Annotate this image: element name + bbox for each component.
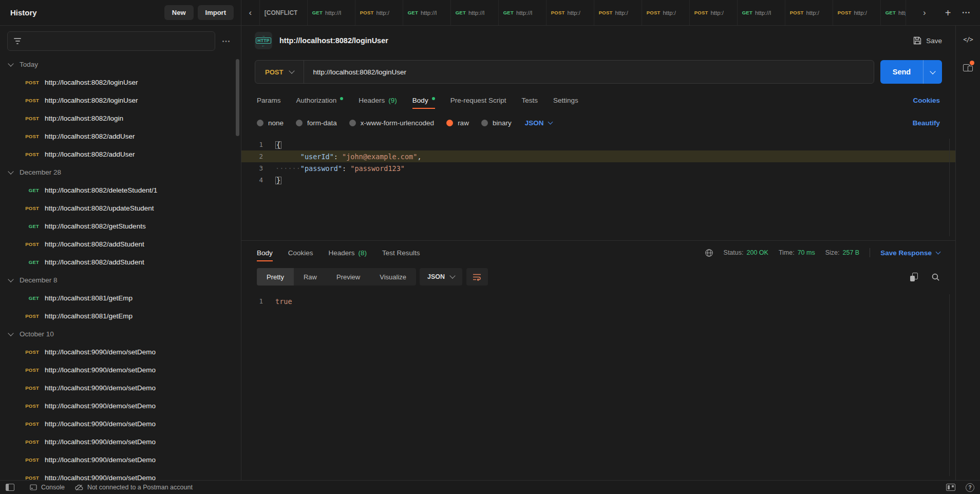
method-selector[interactable]: POST — [255, 61, 304, 83]
history-filter-input[interactable] — [26, 37, 209, 46]
send-label[interactable]: Send — [880, 60, 923, 84]
two-pane-icon[interactable] — [946, 484, 955, 491]
request-tab[interactable]: POSThttp:/ — [546, 0, 594, 25]
history-item[interactable]: POSThttp://localhost:8081/getEmp — [0, 307, 237, 325]
tab-params[interactable]: Params — [257, 88, 281, 112]
comments-icon[interactable] — [963, 63, 973, 72]
code-snippet-icon[interactable]: </> — [963, 36, 973, 43]
tab-body[interactable]: Body — [257, 241, 273, 264]
cookies-link[interactable]: Cookies — [913, 97, 940, 104]
request-tab[interactable]: POSThttp:/ — [833, 0, 881, 25]
history-item[interactable]: POSThttp://localhost:8082/addStudent — [0, 235, 237, 253]
history-item[interactable]: POSThttp://localhost:8082/updateStudent — [0, 199, 237, 217]
history-item[interactable]: GEThttp://localhost:8082/deleteStudent/1 — [0, 181, 237, 199]
save-response-button[interactable]: Save Response — [880, 249, 940, 257]
history-group-header[interactable]: October 10 — [0, 325, 237, 343]
send-button[interactable]: Send — [880, 60, 942, 84]
tab-tests[interactable]: Tests — [521, 88, 538, 112]
body-mode-form-data[interactable]: form-data — [296, 119, 337, 127]
response-language-selector[interactable]: JSON — [420, 268, 462, 286]
history-item[interactable]: GEThttp://localhost:8082/addStudent — [0, 253, 237, 271]
history-item[interactable]: POSThttp://localhost:9090/demo/setDemo — [0, 361, 237, 379]
request-body-editor[interactable]: 1{2 "userId": "john@example.com",3······… — [241, 134, 955, 240]
tab-label: Pre-request Script — [450, 97, 506, 104]
body-language-selector[interactable]: JSON — [525, 119, 553, 127]
response-scrollbar[interactable] — [949, 294, 950, 476]
tab-headers[interactable]: Headers(9) — [359, 88, 397, 112]
tab-settings[interactable]: Settings — [553, 88, 578, 112]
response-body: 1 true — [241, 289, 955, 480]
request-tab[interactable]: GEThttp://l — [403, 0, 451, 25]
request-tab[interactable]: GEThttp://l — [738, 0, 785, 25]
view-pretty[interactable]: Pretty — [257, 268, 294, 286]
tab-body[interactable]: Body — [412, 88, 435, 112]
request-tab[interactable]: POSThttp:/ — [642, 0, 690, 25]
view-raw[interactable]: Raw — [294, 268, 327, 286]
send-options-button[interactable] — [923, 60, 942, 84]
history-item[interactable]: POSThttp://localhost:9090/demo/setDemo — [0, 451, 237, 469]
toggle-sidebar-icon[interactable] — [6, 484, 14, 491]
tab-cookies[interactable]: Cookies — [288, 241, 313, 264]
body-mode-x-www-form-urlencoded[interactable]: x-www-form-urlencoded — [349, 119, 434, 127]
history-item[interactable]: POSThttp://localhost:8082/loginUser — [0, 73, 237, 91]
history-item[interactable]: POSThttp://localhost:8082/loginUser — [0, 91, 237, 109]
request-tab[interactable]: POSThttp:/ — [785, 0, 833, 25]
account-status[interactable]: Not connected to a Postman account — [75, 484, 193, 491]
history-item[interactable]: GEThttp://localhost:8082/getStudents — [0, 217, 237, 235]
history-item[interactable]: GEThttp://localhost:8081/getEmp — [0, 289, 237, 307]
console-button[interactable]: Console — [30, 484, 65, 491]
tabs-scroll-right-icon[interactable]: › — [915, 8, 934, 18]
body-mode-binary[interactable]: binary — [481, 119, 512, 127]
request-tab[interactable]: GEThttp://l — [881, 0, 906, 25]
history-group-header[interactable]: December 28 — [0, 163, 237, 181]
tab-label: Params — [257, 97, 281, 104]
history-item[interactable]: POSThttp://localhost:8082/addUser — [0, 127, 237, 145]
body-mode-raw[interactable]: raw — [446, 119, 469, 127]
tab-headers[interactable]: Headers(8) — [329, 241, 367, 264]
new-button[interactable]: New — [164, 5, 194, 20]
tab-options-icon[interactable]: ••• — [962, 10, 971, 15]
request-tab[interactable]: POSThttp:/ — [690, 0, 738, 25]
import-button[interactable]: Import — [198, 5, 234, 20]
body-mode-none[interactable]: none — [257, 119, 284, 127]
request-tab[interactable]: GEThttp://l — [308, 0, 355, 25]
chevron-down-icon — [930, 68, 935, 74]
tab-label: http://l — [898, 10, 906, 16]
history-item[interactable]: POSThttp://localhost:9090/demo/setDemo — [0, 343, 237, 361]
wrap-text-button[interactable] — [466, 268, 488, 286]
editor-scrollbar[interactable] — [949, 139, 950, 236]
view-visualize[interactable]: Visualize — [370, 268, 416, 286]
history-more-icon[interactable]: ••• — [215, 39, 238, 44]
request-tab[interactable]: POSThttp:/ — [355, 0, 403, 25]
history-item[interactable]: POSThttp://localhost:9090/demo/setDemo — [0, 379, 237, 397]
new-tab-button[interactable]: + — [945, 8, 951, 18]
request-tab[interactable]: GEThttp://l — [451, 0, 499, 25]
globe-icon[interactable] — [705, 249, 713, 257]
url-input[interactable] — [304, 68, 874, 76]
beautify-link[interactable]: Beautify — [913, 119, 940, 127]
request-tab[interactable]: POSThttp:/ — [594, 0, 642, 25]
history-group-header[interactable]: Today — [0, 55, 237, 73]
copy-icon[interactable] — [910, 273, 918, 281]
request-tab[interactable]: GEThttp://l — [499, 0, 546, 25]
history-item[interactable]: POSThttp://localhost:8082/login — [0, 109, 237, 127]
conflict-tab[interactable]: [CONFLICT — [260, 0, 308, 25]
history-item[interactable]: POSThttp://localhost:9090/demo/setDemo — [0, 397, 237, 415]
help-icon[interactable]: ? — [966, 483, 974, 492]
line-number: 1 — [241, 297, 275, 305]
tab-label: http:/ — [567, 10, 580, 16]
search-icon[interactable] — [931, 273, 940, 281]
history-filter-box[interactable] — [7, 31, 215, 51]
history-item[interactable]: POSThttp://localhost:9090/demo/setDemo — [0, 469, 237, 480]
tab-test-results[interactable]: Test Results — [382, 241, 420, 264]
history-item[interactable]: POSThttp://localhost:8082/addUser — [0, 145, 237, 163]
sidebar-scrollbar[interactable] — [236, 59, 239, 136]
tabs-scroll-left-icon[interactable]: ‹ — [241, 0, 259, 25]
save-button[interactable]: Save — [913, 36, 942, 45]
history-group-header[interactable]: December 8 — [0, 271, 237, 289]
tab-pre-request-script[interactable]: Pre-request Script — [450, 88, 506, 112]
history-item[interactable]: POSThttp://localhost:9090/demo/setDemo — [0, 433, 237, 451]
tab-authorization[interactable]: Authorization — [296, 88, 344, 112]
view-preview[interactable]: Preview — [327, 268, 370, 286]
history-item[interactable]: POSThttp://localhost:9090/demo/setDemo — [0, 415, 237, 433]
